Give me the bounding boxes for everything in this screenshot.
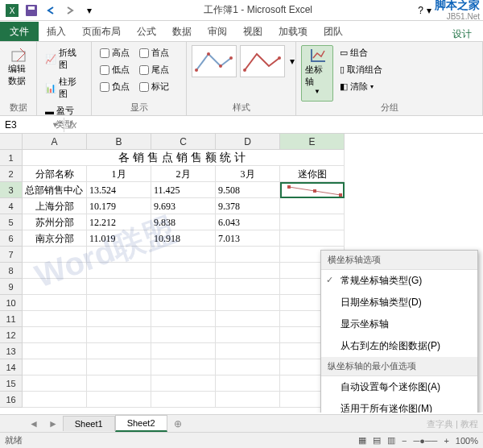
- tab-team[interactable]: 团队: [316, 22, 351, 41]
- firstpoint-checkbox[interactable]: 首点: [136, 45, 172, 60]
- title-cell[interactable]: 各销售点销售额统计: [23, 150, 345, 166]
- save-icon[interactable]: [23, 2, 40, 19]
- qat-customize-icon[interactable]: ▾: [80, 2, 98, 19]
- tab-file[interactable]: 文件: [0, 22, 39, 41]
- header-cell[interactable]: 迷你图: [280, 166, 345, 182]
- data-cell[interactable]: 总部销售中心: [23, 182, 87, 198]
- style-more-icon[interactable]: ▾: [288, 54, 296, 68]
- lastpoint-checkbox[interactable]: 尾点: [136, 62, 172, 77]
- dd-item-min-auto-each[interactable]: 自动设置每个迷你图(A): [321, 376, 477, 398]
- col-header-a[interactable]: A: [23, 134, 87, 150]
- data-cell[interactable]: 10.918: [151, 230, 216, 247]
- tab-data[interactable]: 数据: [164, 22, 200, 41]
- group-button[interactable]: ▭组合: [336, 45, 386, 60]
- data-cell[interactable]: 11.019: [87, 230, 151, 247]
- header-cell[interactable]: 3月: [216, 166, 280, 182]
- row-header[interactable]: 16: [0, 392, 23, 408]
- style-preview-1[interactable]: [192, 45, 237, 77]
- sheet-nav-next-icon[interactable]: ►: [43, 418, 63, 429]
- col-header-e[interactable]: E: [280, 134, 345, 150]
- edit-data-button[interactable]: 编辑数据: [5, 45, 31, 89]
- add-sheet-button[interactable]: ⊕: [167, 416, 188, 432]
- tab-insert[interactable]: 插入: [39, 22, 74, 41]
- data-cell[interactable]: 9.693: [151, 198, 216, 214]
- fx-icon[interactable]: fx: [64, 119, 81, 131]
- data-cell[interactable]: [280, 214, 345, 230]
- tab-page-layout[interactable]: 页面布局: [74, 22, 129, 41]
- dd-item-normal-axis[interactable]: ✓常规坐标轴类型(G): [321, 270, 477, 292]
- line-chart-button[interactable]: 📈折线图: [42, 45, 86, 73]
- lowpoint-checkbox[interactable]: 低点: [97, 62, 133, 77]
- excel-icon[interactable]: X: [3, 2, 21, 19]
- row-header[interactable]: 9: [0, 279, 23, 295]
- data-cell[interactable]: 13.524: [87, 182, 151, 198]
- sheet-tab-1[interactable]: Sheet1: [63, 416, 115, 431]
- row-header[interactable]: 11: [0, 311, 23, 327]
- header-cell[interactable]: 2月: [151, 166, 216, 182]
- data-cell[interactable]: 12.212: [87, 214, 151, 230]
- sheet-nav-prev-icon[interactable]: ◄: [24, 418, 43, 429]
- tab-design[interactable]: 设计: [444, 24, 480, 44]
- zoom-level[interactable]: 100%: [456, 436, 478, 446]
- tab-review[interactable]: 审阅: [200, 22, 235, 41]
- row-header[interactable]: 4: [0, 198, 23, 214]
- data-cell[interactable]: [280, 198, 345, 214]
- row-header[interactable]: 10: [0, 295, 23, 311]
- zoom-slider[interactable]: ─●──: [413, 436, 437, 446]
- header-cell[interactable]: 1月: [87, 166, 151, 182]
- zoom-out-icon[interactable]: −: [402, 436, 407, 446]
- view-pagelayout-icon[interactable]: ▤: [373, 435, 381, 446]
- row-header[interactable]: 1: [0, 150, 23, 166]
- data-cell[interactable]: 9.508: [216, 182, 280, 198]
- ungroup-button[interactable]: ▯取消组合: [336, 62, 386, 77]
- zoom-in-button[interactable]: +: [444, 436, 448, 446]
- row-header[interactable]: 12: [0, 327, 23, 343]
- view-normal-icon[interactable]: ▦: [358, 435, 366, 446]
- row-header[interactable]: 2: [0, 166, 23, 182]
- data-cell[interactable]: 10.179: [87, 198, 151, 214]
- row-header[interactable]: 6: [0, 230, 23, 247]
- tab-formulas[interactable]: 公式: [129, 22, 164, 41]
- row-header[interactable]: 13: [0, 343, 23, 359]
- data-cell[interactable]: 南京分部: [23, 230, 87, 247]
- row-header[interactable]: 8: [0, 263, 23, 279]
- row-header[interactable]: 5: [0, 214, 23, 230]
- highpoint-checkbox[interactable]: 高点: [97, 45, 133, 60]
- redo-icon[interactable]: [61, 2, 79, 19]
- tab-addins[interactable]: 加载项: [270, 22, 316, 41]
- data-cell[interactable]: 9.838: [151, 214, 216, 230]
- help-icon[interactable]: ?: [418, 5, 423, 16]
- view-pagebreak-icon[interactable]: ▥: [387, 435, 395, 446]
- name-box[interactable]: E3▼: [0, 118, 64, 132]
- dd-item-rtl-plot[interactable]: 从右到左的绘图数据(P): [321, 335, 477, 357]
- col-header-d[interactable]: D: [216, 134, 280, 150]
- formula-input[interactable]: [81, 123, 483, 127]
- column-chart-button[interactable]: 📊柱形图: [42, 74, 86, 102]
- row-header[interactable]: 14: [0, 359, 23, 375]
- clear-button[interactable]: ◧清除 ▾: [336, 79, 386, 94]
- minimize-icon[interactable]: ▾: [427, 5, 431, 16]
- axis-button[interactable]: 坐标轴 ▼: [301, 45, 333, 102]
- data-cell[interactable]: 上海分部: [23, 198, 87, 214]
- row-header[interactable]: 3: [0, 182, 23, 198]
- data-cell[interactable]: [280, 230, 345, 247]
- row-header[interactable]: 7: [0, 247, 23, 263]
- tab-view[interactable]: 视图: [235, 22, 270, 41]
- sparkline-cell[interactable]: [280, 182, 345, 198]
- select-all-corner[interactable]: [0, 134, 23, 150]
- dd-item-show-axis[interactable]: 显示坐标轴: [321, 313, 477, 335]
- negpoint-checkbox[interactable]: 负点: [97, 79, 133, 94]
- winloss-button[interactable]: ▬盈亏: [42, 103, 86, 118]
- sheet-tab-2[interactable]: Sheet2: [115, 415, 167, 432]
- dd-item-date-axis[interactable]: 日期坐标轴类型(D): [321, 292, 477, 313]
- data-cell[interactable]: 苏州分部: [23, 214, 87, 230]
- row-header[interactable]: 15: [0, 375, 23, 392]
- undo-icon[interactable]: [42, 2, 60, 19]
- data-cell[interactable]: 7.013: [216, 230, 280, 247]
- markers-checkbox[interactable]: 标记: [136, 79, 172, 94]
- dd-item-min-all[interactable]: 适用于所有迷你图(M): [321, 398, 477, 413]
- col-header-b[interactable]: B: [87, 134, 151, 150]
- data-cell[interactable]: 6.043: [216, 214, 280, 230]
- data-cell[interactable]: 9.378: [216, 198, 280, 214]
- header-cell[interactable]: 分部名称: [23, 166, 87, 182]
